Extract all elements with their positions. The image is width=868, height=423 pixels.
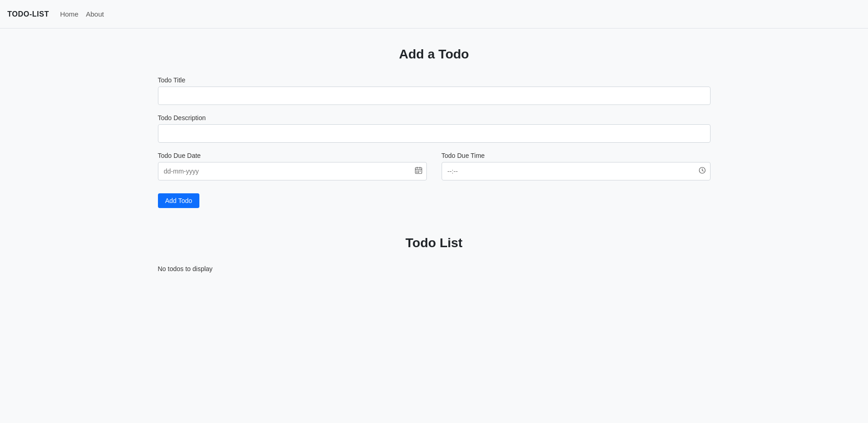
due-time-col: Todo Due Time xyxy=(442,152,711,190)
due-date-form-group: Todo Due Date xyxy=(158,152,427,180)
main-container: Add a Todo Todo Title Todo Description T… xyxy=(112,29,757,291)
due-time-wrapper xyxy=(442,162,711,180)
no-todos-message: No todos to display xyxy=(158,265,711,272)
add-todo-title: Add a Todo xyxy=(158,47,711,62)
todo-list-title: Todo List xyxy=(158,236,711,250)
due-date-col: Todo Due Date xyxy=(158,152,427,190)
todo-list-section: Todo List No todos to display xyxy=(158,236,711,272)
due-date-wrapper xyxy=(158,162,427,180)
nav-link-about[interactable]: About xyxy=(86,10,104,18)
add-todo-form: Todo Title Todo Description Todo Due Dat… xyxy=(158,76,711,208)
navbar-brand: TODO-LIST xyxy=(7,10,49,18)
title-label: Todo Title xyxy=(158,76,711,84)
description-form-group: Todo Description xyxy=(158,114,711,143)
due-time-label: Todo Due Time xyxy=(442,152,711,159)
description-input[interactable] xyxy=(158,124,711,143)
navbar: TODO-LIST Home About xyxy=(0,0,868,29)
date-time-row: Todo Due Date xyxy=(158,152,711,190)
description-label: Todo Description xyxy=(158,114,711,122)
due-time-input[interactable] xyxy=(442,162,711,180)
nav-link-home[interactable]: Home xyxy=(60,10,78,18)
due-time-form-group: Todo Due Time xyxy=(442,152,711,180)
add-todo-button[interactable]: Add Todo xyxy=(158,193,200,208)
nav-item-about: About xyxy=(86,10,104,18)
nav-item-home: Home xyxy=(60,10,78,18)
title-form-group: Todo Title xyxy=(158,76,711,105)
navbar-nav: Home About xyxy=(60,10,104,18)
due-date-input[interactable] xyxy=(158,162,427,180)
due-date-label: Todo Due Date xyxy=(158,152,427,159)
title-input[interactable] xyxy=(158,87,711,105)
